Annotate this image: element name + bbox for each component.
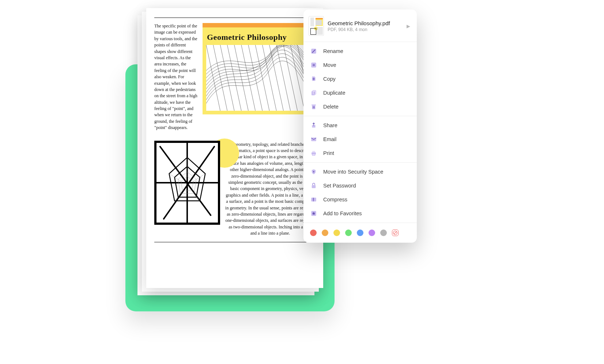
tag-green[interactable] — [345, 230, 352, 236]
rule-top — [154, 18, 315, 18]
duplicate-icon — [310, 89, 317, 96]
secondary-image — [154, 141, 220, 225]
file-meta: PDF, 904 KB, 4 mon — [328, 27, 401, 32]
menu-label: Move into Security Space — [323, 169, 383, 175]
menu-label: Email — [323, 136, 336, 142]
menu-item-print[interactable]: Print — [303, 146, 417, 160]
tag-purple[interactable] — [369, 230, 375, 236]
separator — [303, 42, 417, 42]
menu-label: Delete — [323, 104, 339, 110]
menu-label: Compress — [323, 197, 347, 202]
tag-gray[interactable] — [380, 230, 387, 236]
separator — [303, 162, 417, 163]
context-menu: Geometric Philosophy.pdf PDF, 904 KB, 4 … — [303, 10, 417, 243]
color-tag-row — [303, 225, 417, 238]
menu-item-favorite[interactable]: Add to Favorites — [303, 206, 417, 220]
tag-blue[interactable] — [357, 230, 363, 236]
rule-bottom — [154, 242, 315, 242]
page-front: The specific point of the image can be e… — [146, 8, 323, 288]
move-icon — [310, 61, 317, 69]
lock-icon — [310, 182, 317, 189]
menu-label: Rename — [323, 48, 343, 54]
svg-rect-39 — [313, 172, 314, 172]
compress-icon — [310, 196, 317, 203]
menu-item-share[interactable]: Share — [303, 118, 417, 132]
menu-item-move[interactable]: Move — [303, 58, 417, 72]
share-icon — [310, 122, 317, 129]
menu-label: Set Password — [323, 183, 356, 189]
file-thumbnail — [309, 16, 324, 36]
hero-image — [206, 45, 312, 111]
menu-label: Add to Favorites — [323, 211, 362, 216]
svg-rect-40 — [312, 185, 316, 188]
copy-icon — [310, 75, 317, 83]
orange-bar — [203, 23, 315, 27]
menu-item-rename[interactable]: Rename — [303, 44, 417, 58]
delete-icon — [310, 103, 317, 110]
tag-yellow[interactable] — [333, 230, 340, 236]
menu-item-duplicate[interactable]: Duplicate — [303, 86, 417, 100]
svg-line-44 — [394, 232, 397, 234]
menu-label: Move — [323, 62, 336, 68]
menu-label: Copy — [323, 76, 336, 82]
menu-label: Duplicate — [323, 90, 345, 96]
menu-item-set-password[interactable]: Set Password — [303, 179, 417, 193]
separator — [303, 223, 417, 223]
star-icon — [310, 210, 317, 217]
menu-item-security-space[interactable]: Move into Security Space — [303, 165, 417, 179]
svg-rect-36 — [312, 151, 315, 152]
menu-item-compress[interactable]: Compress — [303, 193, 417, 206]
separator — [303, 116, 417, 116]
shield-icon — [310, 168, 317, 175]
menu-item-copy[interactable]: Copy — [303, 72, 417, 86]
menu-label: Print — [323, 150, 334, 156]
menu-label: Share — [323, 122, 337, 128]
file-name: Geometric Philosophy.pdf — [328, 20, 401, 26]
file-header[interactable]: Geometric Philosophy.pdf PDF, 904 KB, 4 … — [303, 12, 417, 39]
tag-orange[interactable] — [322, 230, 328, 236]
left-column-text: The specific point of the image can be e… — [154, 23, 197, 131]
rename-icon — [310, 48, 317, 55]
email-icon — [310, 136, 317, 143]
hero-block: Geometric Philosophy — [203, 23, 315, 131]
print-icon — [310, 149, 317, 157]
menu-item-email[interactable]: Email — [303, 132, 417, 146]
svg-rect-33 — [312, 105, 316, 105]
tag-none[interactable] — [392, 230, 399, 236]
svg-rect-37 — [312, 154, 315, 156]
tag-red[interactable] — [310, 230, 317, 236]
svg-rect-41 — [311, 198, 316, 202]
menu-item-delete[interactable]: Delete — [303, 100, 417, 114]
document-title: Geometric Philosophy — [207, 33, 312, 42]
chevron-right-icon: ▶ — [405, 23, 412, 29]
